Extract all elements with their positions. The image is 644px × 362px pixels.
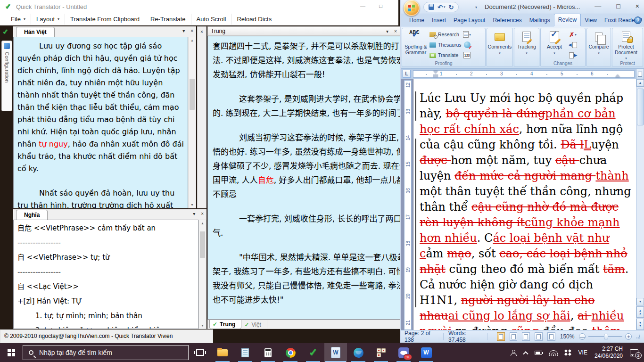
taskbar-unikey[interactable] xyxy=(370,343,392,362)
ribbon-tab-3[interactable]: References xyxy=(489,15,525,26)
taskbar-edge[interactable] xyxy=(347,343,370,362)
taskbar-search[interactable]: Nhập tại đây để tìm kiếm xyxy=(23,345,189,360)
scroll-thumb[interactable] xyxy=(637,89,644,125)
scroll-up-icon[interactable]: ▲ xyxy=(199,222,206,225)
zoom-out-button[interactable]: — xyxy=(579,333,586,340)
outline-view-button[interactable] xyxy=(535,332,543,341)
previous-page-button[interactable]: ▲▲ xyxy=(636,306,644,318)
scroll-up-icon[interactable]: ▲ xyxy=(636,79,644,87)
view-ruler-button[interactable] xyxy=(636,69,644,79)
trung-bottom-tab-1[interactable]: ✓Việt xyxy=(241,320,267,329)
tab-stop-selector[interactable]: L xyxy=(403,70,411,78)
tab-nghia[interactable]: Nghĩa xyxy=(16,210,48,220)
draft-view-button[interactable] xyxy=(547,332,555,341)
zoom-slider[interactable] xyxy=(588,336,622,337)
qt-menu-item-0[interactable]: File▾ xyxy=(6,14,31,25)
qt-menu-item-2[interactable]: Translate From Clipboard xyxy=(65,14,145,25)
nghia-menu-arrow-icon[interactable]: ▾ xyxy=(193,211,195,216)
han-viet-scrollbar[interactable]: ▲ ▼ xyxy=(188,37,196,208)
spelling-grammar-button[interactable]: ABC✓ Spelling & Grammar xyxy=(403,29,429,55)
word-minimize-button[interactable]: — xyxy=(594,2,601,10)
taskbar-chrome[interactable] xyxy=(279,343,302,362)
reject-button[interactable]: ✗▾ xyxy=(568,30,578,39)
protect-document-button[interactable]: Protect Document ▾ xyxy=(613,29,639,61)
word-close-button[interactable]: × xyxy=(636,2,639,10)
compare-button[interactable]: Compare ▾ xyxy=(587,29,610,56)
left-indent-marker[interactable] xyxy=(433,74,438,77)
taskbar-quick-translator[interactable]: ✓ xyxy=(302,343,324,362)
trung-bottom-tab-0[interactable]: ✓Trung xyxy=(209,320,241,329)
print-layout-view-button[interactable] xyxy=(497,332,505,341)
scroll-down-icon[interactable]: ▼ xyxy=(199,324,206,327)
dropbox-icon[interactable] xyxy=(565,350,571,355)
save-icon[interactable] xyxy=(429,4,434,10)
help-button[interactable]: ? xyxy=(634,16,642,24)
qt-menu-item-3[interactable]: Re-Translate xyxy=(145,14,191,25)
docked-strip-close-icon[interactable]: × xyxy=(200,29,203,34)
nghia-scrollbar[interactable]: ▲ ▼ xyxy=(198,220,206,329)
resize-grip[interactable] xyxy=(636,335,640,338)
qt-menu-item-4[interactable]: Auto Scroll xyxy=(191,14,231,25)
ribbon-tab-6[interactable]: View xyxy=(581,15,601,26)
translate-button[interactable]: Translate xyxy=(429,51,462,59)
people-icon[interactable] xyxy=(510,350,517,356)
nghia-text[interactable]: 自危 <<VietPhrase>> cảm thấy bất an-------… xyxy=(13,220,198,329)
ribbon-tab-2[interactable]: Page Layout xyxy=(450,15,489,26)
undo-button[interactable]: ↶ xyxy=(438,4,443,11)
trung-text[interactable]: 套四趟四十二式, 是拳架子, 并不是可以杀敌制胜的打法. 不过即便是这样, 刘威… xyxy=(207,36,415,320)
taskbar-discord[interactable]: 9+ xyxy=(392,343,415,362)
tray-clock[interactable]: 2:27 CH 24/06/2020 xyxy=(594,346,623,360)
qt-menu-item-1[interactable]: Layout▾ xyxy=(31,14,65,25)
wifi-icon[interactable] xyxy=(549,350,558,356)
comments-button[interactable]: Comments ▾ xyxy=(487,29,512,56)
accept-button[interactable]: ✓ Accept ▾ xyxy=(541,29,568,56)
set-language-button[interactable]: ✓ xyxy=(462,41,472,49)
vertical-ruler[interactable]: 12131415161718192021 xyxy=(404,80,412,330)
web-layout-view-button[interactable] xyxy=(522,332,530,341)
next-page-button[interactable]: ▼▼ xyxy=(636,319,644,330)
word-scrollbar[interactable]: ▲ ▼ ▲▲ ▼▼ xyxy=(636,79,644,330)
horizontal-ruler[interactable]: 123456 xyxy=(413,70,635,78)
trung-menu-arrow-icon[interactable]: ▾ xyxy=(386,29,388,34)
battery-icon[interactable] xyxy=(535,351,542,355)
han-viet-close-icon[interactable]: × xyxy=(190,28,193,33)
han-viet-text[interactable]: Lưu uy đương sơ học tập giá sáo quyền ph… xyxy=(13,37,188,208)
scroll-thumb[interactable] xyxy=(190,79,195,110)
word-count-button[interactable]: 123 xyxy=(462,51,472,59)
qt-menu-item-5[interactable]: Reload Dicts xyxy=(231,14,277,25)
thesaurus-button[interactable]: Thesaurus xyxy=(429,41,462,49)
word-count-indicator[interactable]: Words: 37.458 xyxy=(448,330,482,343)
right-indent-marker[interactable] xyxy=(615,72,620,77)
scroll-thumb[interactable] xyxy=(200,231,205,258)
qt-minimize-button[interactable]: — xyxy=(360,3,365,9)
scroll-down-icon[interactable]: ▼ xyxy=(636,298,644,305)
zoom-in-button[interactable]: + xyxy=(625,333,632,340)
qt-maximize-button[interactable]: □ xyxy=(379,3,382,9)
customize-qat-icon[interactable]: ▾ xyxy=(475,5,477,9)
han-viet-menu-arrow-icon[interactable]: ▾ xyxy=(182,28,185,33)
taskbar-file-explorer[interactable] xyxy=(211,343,234,362)
zoom-level[interactable]: 150% xyxy=(560,333,575,340)
next-change-button[interactable]: ▶ xyxy=(568,51,578,59)
action-center-icon[interactable]: 2 xyxy=(630,349,638,356)
taskbar-wps[interactable]: W xyxy=(415,343,438,362)
start-button[interactable] xyxy=(0,343,23,362)
ribbon-tab-4[interactable]: Mailings xyxy=(526,15,554,26)
full-screen-reading-view-button[interactable] xyxy=(510,332,518,341)
office-button[interactable] xyxy=(404,0,420,16)
ribbon-tab-0[interactable]: Home xyxy=(405,15,428,26)
taskbar-notepad[interactable] xyxy=(234,343,256,362)
word-maximize-button[interactable]: □ xyxy=(616,2,620,10)
language-indicator[interactable]: VIE xyxy=(578,349,587,356)
undo-dropdown-icon[interactable]: ▾ xyxy=(444,5,446,9)
document-text[interactable]: Lúc Lưu Uy mới học bộ quyền pháp này, bộ… xyxy=(420,90,632,330)
document-page[interactable]: Lúc Lưu Uy mới học bộ quyền pháp này, bộ… xyxy=(413,79,636,330)
translation-screentip-button[interactable]: ▾ xyxy=(462,30,472,39)
tracking-button[interactable]: Tracking ▾ xyxy=(515,29,538,56)
scroll-down-icon[interactable]: ▼ xyxy=(189,203,196,206)
nghia-close-icon[interactable]: × xyxy=(201,211,204,216)
page-indicator[interactable]: Page: 2 of 138 xyxy=(405,330,438,343)
taskbar-calculator[interactable] xyxy=(256,343,279,362)
configuration-tab[interactable]: Configuration xyxy=(1,41,12,111)
show-hidden-icons-chevron[interactable] xyxy=(523,351,528,356)
